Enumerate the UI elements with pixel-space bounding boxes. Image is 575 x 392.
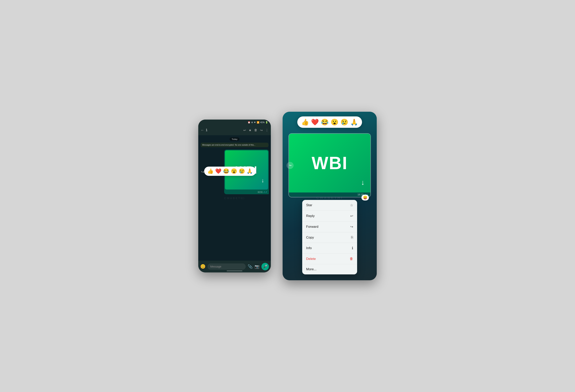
context-menu-delete-icon: 🗑 — [350, 257, 353, 261]
forward-icon-left[interactable]: ↪ — [201, 170, 204, 174]
alarm-icon: ⏰ — [248, 121, 250, 124]
right-msg-footer: 16:18 ✓✓ — [289, 192, 370, 197]
wifi-icon: ▼ — [254, 121, 256, 123]
emoji-reaction-bar-right[interactable]: 👍 ❤️ 😂 😮 😢 🙏 — [297, 116, 362, 128]
mic-button[interactable]: 🎤 — [262, 263, 269, 270]
right-download-arrow[interactable]: ↓ — [361, 178, 365, 186]
r-emoji-pray[interactable]: 🙏 — [350, 118, 358, 126]
attachment-button[interactable]: 📎 — [248, 264, 253, 269]
msg-time-left: 00:55 — [258, 191, 263, 193]
r-emoji-heart[interactable]: ❤️ — [311, 118, 319, 126]
r-emoji-thumbsup[interactable]: 👍 — [301, 118, 309, 126]
watermark-left: CWABETHI — [198, 197, 271, 200]
more-header-button[interactable]: ⋮ — [265, 128, 268, 132]
msg-footer-left: 00:55 ✓✓ — [224, 190, 269, 194]
right-forward-icon: ↪ — [289, 163, 291, 167]
reaction-emoji: 😛 — [363, 196, 367, 200]
status-bar-left: ⏰ ⊖ ▼ 📶 41% 🔋 — [198, 119, 271, 125]
context-menu-reply-label: Reply — [306, 214, 314, 218]
right-forward-button[interactable]: ↪ — [287, 162, 294, 169]
r-emoji-cry[interactable]: 😢 — [340, 118, 348, 126]
context-menu-more-label: More... — [306, 267, 316, 271]
star-header-button[interactable]: ★ — [249, 128, 251, 132]
message-input[interactable]: Message — [208, 263, 246, 270]
right-bubble-container: ↪ WBI ↓ 16:18 ✓✓ 😛 — [288, 133, 371, 197]
context-menu-item-more[interactable]: More... — [302, 264, 357, 275]
right-wbi-image: WBI ↓ — [289, 134, 370, 192]
emoji-wow[interactable]: 😮 — [231, 168, 237, 174]
back-button[interactable]: ← — [201, 128, 204, 132]
mic-icon: 🎤 — [263, 264, 267, 269]
context-menu-copy-icon: ⎘ — [351, 235, 353, 239]
signal-icon: 📶 — [257, 121, 260, 124]
reply-header-button[interactable]: ↩ — [243, 128, 246, 132]
right-wbi-text: WBI — [311, 153, 348, 173]
emoji-cry[interactable]: 😢 — [239, 168, 245, 174]
emoji-thumbsup[interactable]: 👍 — [207, 168, 214, 174]
context-menu: Star ☆ Reply ↩ Forward ↪ Copy ⎘ Info ℹ D… — [302, 200, 357, 275]
emoji-laugh[interactable]: 😂 — [223, 168, 229, 174]
input-placeholder: Message — [210, 265, 221, 268]
selected-count: 1 — [206, 128, 208, 132]
battery-icon: 🔋 — [265, 121, 268, 124]
r-emoji-wow[interactable]: 😮 — [331, 118, 338, 126]
context-menu-delete-label: Delete — [306, 257, 316, 261]
screens-container: ⏰ ⊖ ▼ 📶 41% 🔋 ← 1 ↩ ★ 🗑 ↪ ⋮ � — [198, 112, 377, 280]
date-badge: Today — [198, 137, 271, 141]
right-message-bubble[interactable]: WBI ↓ 16:18 ✓✓ — [288, 133, 371, 197]
context-menu-item-delete[interactable]: Delete 🗑 — [302, 254, 357, 264]
context-menu-reply-icon: ↩ — [350, 214, 353, 218]
status-icons: ⏰ ⊖ ▼ 📶 41% 🔋 — [248, 121, 268, 124]
context-menu-item-star[interactable]: Star ☆ — [302, 200, 357, 211]
home-indicator-left — [227, 271, 242, 271]
delete-header-button[interactable]: 🗑 — [254, 128, 257, 132]
chat-body-left: 👍 ❤️ 😂 😮 😢 🙏 Today Messages are end-to-e… — [198, 135, 271, 263]
encryption-notice: Messages are end-to-end encrypted. No on… — [201, 143, 268, 147]
context-menu-item-forward[interactable]: Forward ↪ — [302, 222, 357, 232]
battery-text: 41% — [260, 121, 264, 123]
emoji-picker-button[interactable]: 😊 — [200, 264, 206, 269]
context-menu-item-info[interactable]: Info ℹ — [302, 243, 357, 254]
header-actions: ↩ ★ 🗑 ↪ ⋮ — [243, 128, 268, 132]
context-menu-copy-label: Copy — [306, 236, 314, 239]
emoji-heart[interactable]: ❤️ — [215, 168, 221, 174]
context-menu-info-icon: ℹ — [352, 246, 353, 250]
context-menu-item-reply[interactable]: Reply ↩ — [302, 211, 357, 222]
encryption-text: Messages are end-to-end encrypted. No on… — [202, 144, 255, 146]
context-menu-item-copy[interactable]: Copy ⎘ — [302, 232, 357, 243]
r-emoji-laugh[interactable]: 😂 — [321, 118, 329, 126]
right-phone: 👍 ❤️ 😂 😮 😢 🙏 ↪ WBI ↓ 16:18 — [283, 112, 377, 280]
download-arrow-left[interactable]: ↓ — [262, 177, 264, 184]
date-text: Today — [230, 138, 239, 141]
right-message-area: ↪ WBI ↓ 16:18 ✓✓ 😛 — [288, 133, 371, 197]
forward-header-button[interactable]: ↪ — [260, 128, 263, 132]
left-phone: ⏰ ⊖ ▼ 📶 41% 🔋 ← 1 ↩ ★ 🗑 ↪ ⋮ � — [198, 119, 271, 273]
reaction-emoji-bubble: 😛 — [361, 195, 369, 201]
context-menu-info-label: Info — [306, 246, 311, 250]
chat-header-left: ← 1 ↩ ★ 🗑 ↪ ⋮ — [198, 125, 271, 135]
dnd-icon: ⊖ — [251, 121, 253, 124]
context-menu-forward-icon: ↪ — [350, 225, 353, 229]
emoji-reaction-bar-left[interactable]: 👍 ❤️ 😂 😮 😢 🙏 — [204, 167, 256, 176]
context-menu-star-icon: ☆ — [350, 203, 353, 207]
context-menu-star-label: Star — [306, 203, 312, 207]
camera-button[interactable]: 📷 — [255, 264, 260, 269]
msg-tick-left: ✓✓ — [264, 191, 267, 193]
context-menu-forward-label: Forward — [306, 225, 318, 229]
emoji-pray[interactable]: 🙏 — [246, 168, 253, 174]
